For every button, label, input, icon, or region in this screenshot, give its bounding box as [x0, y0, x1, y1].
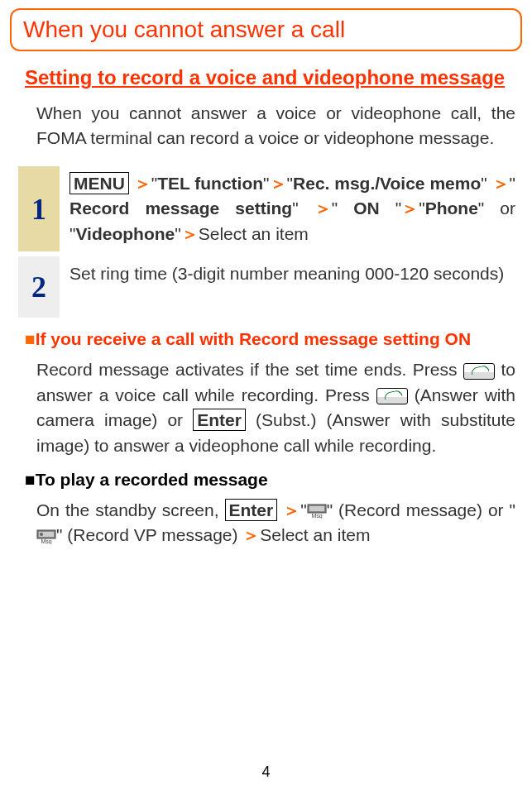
call-key-icon: [463, 363, 495, 380]
quote: ": [263, 174, 269, 193]
step-1-row: 1 MENU ＞"TEL function"＞"Rec. msg./Voice …: [18, 166, 522, 251]
record-msg-setting-label: Record message setting: [69, 199, 292, 218]
arrow-icon: ＞: [492, 174, 510, 193]
or-text: or: [484, 199, 515, 218]
step-1-body: MENU ＞"TEL function"＞"Rec. msg./Voice me…: [60, 166, 522, 251]
svg-text:Msg: Msg: [41, 538, 51, 544]
sub-heading-1-text: If you receive a call with Record messag…: [36, 329, 471, 348]
step-2-row: 2 Set ring time (3-digit number meaning …: [18, 256, 522, 318]
page-title: When you cannot answer a call: [23, 17, 509, 43]
quote: ": [300, 500, 306, 519]
rec-vp-text: (Record VP message): [62, 525, 242, 544]
videophone-label: Videophone: [75, 224, 175, 243]
arrow-icon: ＞: [314, 199, 332, 218]
select-item-text: Select an item: [199, 224, 309, 243]
quote: ": [327, 500, 333, 519]
arrow-icon: ＞: [181, 224, 199, 243]
arrow-icon: ＞: [401, 199, 419, 218]
arrow-icon: ＞: [277, 500, 300, 519]
phone-label: Phone: [425, 199, 478, 218]
arrow-icon: ＞: [134, 174, 151, 193]
quote: ": [292, 199, 298, 218]
step-2-body: Set ring time (3-digit number meaning 00…: [60, 256, 510, 318]
quote: ": [175, 224, 180, 243]
section-heading: Setting to record a voice and videophone…: [25, 66, 522, 89]
title-box: When you cannot answer a call: [10, 8, 522, 51]
record-message-icon: Msg: [307, 504, 327, 519]
square-bullet-icon: ■: [25, 470, 36, 489]
rec-msg-text: (Record message) or: [333, 500, 509, 519]
arrow-icon: ＞: [270, 174, 287, 193]
step-number-2: 2: [18, 256, 60, 318]
record-vp-message-icon: Msg: [36, 529, 56, 544]
quote: ": [510, 174, 515, 193]
arrow-icon: ＞: [242, 525, 260, 544]
tel-function-label: TEL function: [157, 174, 263, 193]
call-key-icon: [376, 388, 408, 404]
sub-heading-2: ■To play a recorded message: [25, 470, 522, 490]
svg-text:Msg: Msg: [311, 513, 322, 519]
sub-heading-1: ■If you receive a call with Record messa…: [25, 329, 522, 349]
menu-key: MENU: [69, 172, 129, 194]
enter-key: Enter: [193, 409, 246, 431]
sub-body-1: Record message activates if the set time…: [36, 357, 515, 458]
quote: ": [481, 174, 486, 193]
sub-heading-2-text: To play a recorded message: [36, 470, 268, 489]
sub2-text-a: On the standby screen,: [36, 500, 225, 519]
intro-paragraph: When you cannot answer a voice or videop…: [36, 101, 515, 151]
sub-body-2: On the standby screen, Enter ＞"Msg" (Rec…: [36, 498, 515, 548]
svg-point-5: [40, 533, 43, 536]
square-bullet-icon: ■: [25, 329, 36, 348]
step-number-1: 1: [18, 166, 60, 251]
quote: ": [510, 500, 515, 519]
sub1-text-a: Record message activates if the set time…: [36, 360, 463, 379]
page-number: 4: [0, 763, 532, 781]
on-label: ON: [338, 199, 395, 218]
quote: ": [287, 174, 293, 193]
quote: ": [419, 199, 424, 218]
select-item-text: Select an item: [260, 525, 370, 544]
enter-key: Enter: [225, 499, 278, 521]
rec-msg-label: Rec. msg./Voice memo: [293, 174, 481, 193]
svg-rect-1: [309, 506, 324, 511]
